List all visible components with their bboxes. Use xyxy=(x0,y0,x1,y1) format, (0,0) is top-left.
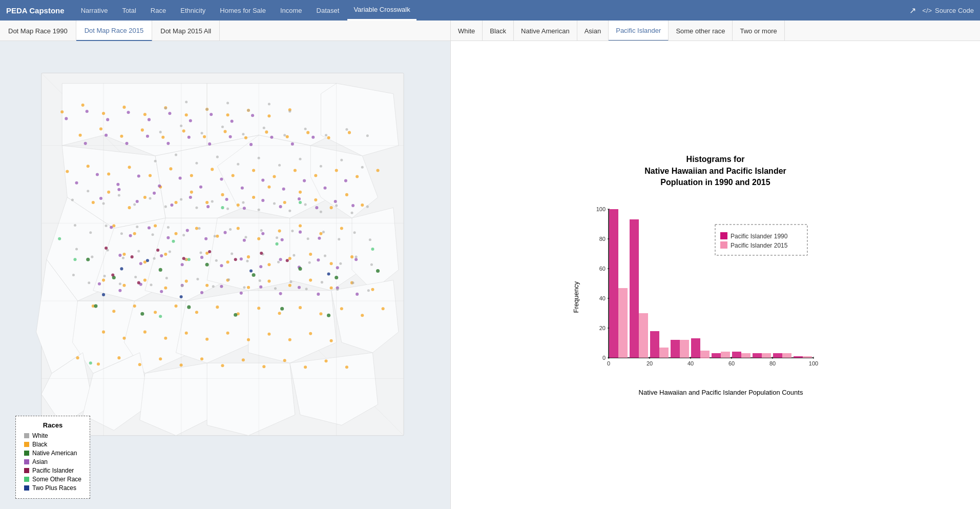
svg-point-169 xyxy=(186,229,189,232)
right-tab-native-american[interactable]: Native American xyxy=(514,21,577,41)
svg-point-313 xyxy=(274,287,277,290)
svg-point-29 xyxy=(112,224,115,227)
right-tab-white[interactable]: White xyxy=(451,21,483,41)
svg-point-25 xyxy=(314,198,317,201)
right-tab-two-or-more[interactable]: Two or more xyxy=(733,21,784,41)
svg-text:60: 60 xyxy=(599,266,605,272)
svg-point-334 xyxy=(221,126,224,128)
legend-item-asian: Asian xyxy=(24,458,81,465)
svg-point-11 xyxy=(92,201,95,204)
svg-point-325 xyxy=(258,157,260,159)
svg-rect-418 xyxy=(639,313,648,358)
nav-item-income[interactable]: Income xyxy=(274,0,308,21)
svg-point-303 xyxy=(119,282,121,285)
svg-point-211 xyxy=(220,178,223,181)
svg-point-299 xyxy=(370,263,373,266)
svg-point-24 xyxy=(299,191,302,194)
svg-point-163 xyxy=(334,200,337,203)
svg-point-97 xyxy=(138,363,141,366)
left-tab-dot-map-race-1990[interactable]: Dot Map Race 1990 xyxy=(0,21,76,41)
svg-point-126 xyxy=(120,135,123,138)
svg-point-224 xyxy=(208,142,211,146)
svg-text:40: 40 xyxy=(687,360,693,367)
svg-point-115 xyxy=(211,168,214,171)
nav-item-total[interactable]: Total xyxy=(116,0,142,21)
right-tab-black[interactable]: Black xyxy=(483,21,514,41)
svg-point-214 xyxy=(282,188,285,191)
svg-point-351 xyxy=(159,268,162,272)
left-tab-dot-map-2015-all[interactable]: Dot Map 2015 All xyxy=(152,21,220,41)
svg-point-278 xyxy=(353,231,356,234)
svg-point-100 xyxy=(200,357,203,360)
svg-point-311 xyxy=(243,286,245,289)
svg-point-102 xyxy=(242,358,245,361)
right-tab-some-other-race[interactable]: Some other race xyxy=(669,21,733,41)
share-icon[interactable]: ↗ xyxy=(909,6,916,15)
svg-point-53 xyxy=(102,279,105,282)
nav-item-dataset[interactable]: Dataset xyxy=(310,0,346,21)
source-code-link[interactable]: </> Source Code xyxy=(922,7,974,14)
svg-rect-417 xyxy=(630,219,639,358)
chart-body: 0 20 40 60 80 100 xyxy=(583,199,859,396)
svg-point-279 xyxy=(369,238,371,241)
svg-point-184 xyxy=(259,265,262,268)
svg-point-339 xyxy=(325,134,327,136)
svg-point-206 xyxy=(116,183,119,186)
svg-point-171 xyxy=(223,231,226,234)
svg-point-104 xyxy=(283,359,286,362)
svg-rect-424 xyxy=(700,351,710,358)
svg-point-312 xyxy=(259,279,261,282)
svg-point-297 xyxy=(339,262,342,265)
svg-point-232 xyxy=(106,118,109,121)
svg-point-357 xyxy=(94,304,97,308)
svg-point-82 xyxy=(102,331,105,334)
svg-point-295 xyxy=(308,261,311,264)
svg-point-153 xyxy=(153,192,156,195)
svg-point-49 xyxy=(288,257,291,260)
nav-item-ethnicity[interactable]: Ethnicity xyxy=(174,0,212,21)
legend-item-native-american: Native American xyxy=(24,450,81,457)
svg-point-176 xyxy=(318,237,321,240)
svg-point-208 xyxy=(158,185,161,188)
svg-point-56 xyxy=(164,287,167,290)
svg-rect-415 xyxy=(609,209,618,358)
svg-point-162 xyxy=(315,206,318,209)
svg-point-209 xyxy=(179,177,182,180)
histogram-wrapper: Frequency xyxy=(572,199,859,396)
nav-item-homes-for-sale[interactable]: Homes for Sale xyxy=(214,0,272,21)
svg-rect-430 xyxy=(762,353,771,358)
nav-item-race[interactable]: Race xyxy=(144,0,172,21)
svg-point-38 xyxy=(299,224,302,227)
svg-point-26 xyxy=(330,206,333,209)
svg-point-148 xyxy=(267,114,270,117)
svg-point-229 xyxy=(311,136,315,139)
svg-point-376 xyxy=(187,258,191,261)
svg-point-55 xyxy=(143,279,147,282)
right-tab-pacific-islander[interactable]: Pacific Islander xyxy=(609,21,669,41)
svg-point-101 xyxy=(221,364,224,367)
svg-point-137 xyxy=(348,131,351,134)
svg-point-69 xyxy=(133,304,136,308)
svg-text:60: 60 xyxy=(728,360,734,367)
svg-point-140 xyxy=(102,112,105,115)
svg-point-118 xyxy=(273,175,276,178)
svg-point-356 xyxy=(376,269,380,273)
svg-point-66 xyxy=(371,288,374,291)
svg-point-177 xyxy=(118,254,121,257)
nav-item-narrative[interactable]: Narrative xyxy=(75,0,114,21)
svg-point-121 xyxy=(335,169,338,172)
svg-point-255 xyxy=(304,203,307,206)
svg-point-191 xyxy=(118,289,121,292)
svg-point-365 xyxy=(156,249,159,252)
right-tab-asian[interactable]: Asian xyxy=(577,21,609,41)
svg-point-302 xyxy=(103,275,106,277)
svg-point-362 xyxy=(327,314,330,317)
svg-point-142 xyxy=(143,113,147,116)
svg-point-235 xyxy=(168,112,171,115)
svg-point-114 xyxy=(190,174,193,177)
svg-rect-432 xyxy=(782,353,791,358)
svg-point-268 xyxy=(198,227,200,230)
left-tab-dot-map-race-2015[interactable]: Dot Map Race 2015 xyxy=(76,21,153,41)
nav-item-variable-crosswalk[interactable]: Variable Crosswalk xyxy=(347,0,416,21)
svg-point-205 xyxy=(96,173,99,176)
